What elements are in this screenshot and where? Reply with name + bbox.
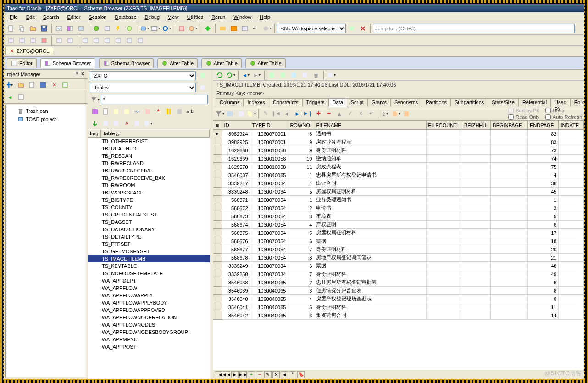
- menu-file[interactable]: File: [6, 13, 22, 21]
- grid-col-TYPEID[interactable]: TYPEID: [250, 121, 288, 130]
- grid-row[interactable]: 354603910600400653住房情况分户普查表8: [213, 287, 584, 295]
- menu-help[interactable]: Help: [256, 13, 274, 21]
- tb2-1-icon[interactable]: [6, 35, 16, 45]
- dt-e-icon[interactable]: ▾: [326, 70, 336, 80]
- table-row[interactable]: TS_KEYTABLE: [88, 262, 210, 270]
- table-row[interactable]: WA_APPPOST: [88, 343, 210, 350]
- tb2-12-icon[interactable]: [135, 35, 145, 45]
- table-row[interactable]: TB_RWRECRECEIVE_BAK: [88, 174, 210, 182]
- grid-col-INDATE[interactable]: INDATE: [559, 121, 584, 130]
- detail-tab-statssize[interactable]: Stats/Size: [488, 98, 519, 107]
- dt-trash-icon[interactable]: [311, 70, 321, 80]
- doc-tab-2[interactable]: Schema Browser: [99, 58, 154, 68]
- filter-input[interactable]: [101, 95, 208, 104]
- pm-x-icon[interactable]: ✕: [49, 80, 59, 90]
- grid-col-FILECOUNT[interactable]: FILECOUNT: [426, 121, 462, 130]
- pm-item-1[interactable]: TOAD project: [8, 115, 83, 123]
- table-row[interactable]: WA_APPFLOWAPPLY: [88, 292, 210, 299]
- menu-editor[interactable]: Editor: [64, 13, 84, 21]
- tool2-icon[interactable]: [102, 23, 112, 33]
- pm-list-icon[interactable]: [16, 92, 26, 102]
- new-icon[interactable]: [6, 23, 16, 33]
- doc-tab-3[interactable]: Alter Table: [157, 58, 198, 68]
- grid-col-ID[interactable]: ID: [222, 121, 250, 130]
- table-row[interactable]: TB_RWROOM: [88, 182, 210, 189]
- grid-row[interactable]: 333925010600700347身份证明材料49: [213, 270, 584, 278]
- gn-pgdn-icon[interactable]: ►►: [239, 371, 247, 378]
- grid-row[interactable]: 56867210600700542申请书3: [213, 204, 584, 212]
- table-row[interactable]: WA_APPFLOW: [88, 284, 210, 292]
- detail-tab-policies[interactable]: Policies: [570, 98, 584, 107]
- pm-opt-icon[interactable]: [60, 80, 70, 90]
- session-browser-icon[interactable]: [76, 23, 86, 33]
- pm-item-0[interactable]: Trash can: [8, 107, 83, 115]
- pm-doc-icon[interactable]: [27, 80, 37, 90]
- detail-tab-subpartitions[interactable]: Subpartitions: [450, 98, 488, 107]
- menu-edit[interactable]: Edit: [22, 13, 39, 21]
- doc-tab-5[interactable]: Alter Table: [245, 58, 286, 68]
- table-row[interactable]: TB_WORKSPACE: [88, 189, 210, 196]
- doc-tab-1[interactable]: Schema Browser: [40, 58, 95, 68]
- gn-next-icon[interactable]: ►: [231, 371, 239, 378]
- grid-row[interactable]: 162966810600100589身份证明材料73: [213, 146, 584, 155]
- menu-search[interactable]: Search: [39, 13, 63, 21]
- st-3-icon[interactable]: [111, 106, 121, 117]
- st-5-icon[interactable]: SQL: [132, 106, 142, 117]
- clone-icon[interactable]: [17, 23, 27, 33]
- gn-first-icon[interactable]: ❘◄: [215, 371, 222, 378]
- table-row[interactable]: TB_RWRECRECEIVE: [88, 167, 210, 174]
- menu-utilities[interactable]: Utilities: [183, 13, 207, 21]
- grid-row[interactable]: 354604110600400655身份证明材料11: [213, 303, 584, 311]
- grid-col-ENDPAGE[interactable]: ENDPAGE: [527, 121, 559, 130]
- grid-row[interactable]: 56867810600700548房地产权属登记询问笔录21: [213, 254, 584, 262]
- connection-tab[interactable]: ZXFG@ORCL: [5, 47, 53, 55]
- tool6-icon[interactable]: ▾: [161, 23, 172, 33]
- st-9-icon[interactable]: [174, 106, 184, 117]
- detail-tab-data[interactable]: Data: [328, 98, 347, 107]
- close-icon[interactable]: ✕: [81, 71, 85, 77]
- gn-star-icon[interactable]: *: [289, 371, 296, 378]
- tool5-icon[interactable]: ▾: [150, 23, 161, 33]
- detail-tab-columns[interactable]: Columns: [216, 98, 244, 107]
- gt-prev-icon[interactable]: ◄: [282, 109, 292, 119]
- tb2-11-icon[interactable]: [124, 35, 134, 45]
- flash-icon[interactable]: [113, 23, 123, 33]
- table-row[interactable]: WA_APPMENU: [88, 336, 210, 343]
- pm-disk-icon[interactable]: [38, 80, 48, 90]
- table-row[interactable]: TS_DETAILTYPE: [88, 233, 210, 240]
- tb2-6-icon[interactable]: [65, 35, 75, 45]
- grid-col-BEIZHHU[interactable]: BEIZHHU: [462, 121, 490, 130]
- detail-tab-referential[interactable]: Referential: [518, 98, 551, 107]
- detail-tab-grants[interactable]: Grants: [367, 98, 391, 107]
- tb2-3-icon[interactable]: [28, 35, 38, 45]
- menu-rerun[interactable]: Rerun: [208, 13, 229, 21]
- read-only-checkbox[interactable]: Read Only: [508, 114, 540, 120]
- tb2-5-icon[interactable]: [54, 35, 64, 45]
- menu-session[interactable]: Session: [85, 13, 110, 21]
- gt-add-icon[interactable]: ✚: [313, 109, 323, 119]
- dt-refresh2-icon[interactable]: ▾: [226, 70, 236, 80]
- gt-cols-icon[interactable]: [225, 109, 235, 119]
- schema-refresh-icon[interactable]: [198, 71, 208, 81]
- dt-b-icon[interactable]: [278, 70, 288, 80]
- tool9-icon[interactable]: [218, 23, 228, 33]
- grid-row[interactable]: 56867110600700541业务受理通知书1: [213, 196, 584, 204]
- grid-row[interactable]: 354603810600400652忠县房屋所有权登记审批表6: [213, 278, 584, 287]
- st-1-icon[interactable]: [90, 106, 100, 117]
- gt-copy-icon[interactable]: ▾: [246, 109, 256, 119]
- workspace-combo[interactable]: <No Workspace selected>: [277, 24, 346, 33]
- gt-import-icon[interactable]: [401, 109, 411, 119]
- gt-cancel-icon[interactable]: ✕: [355, 109, 366, 119]
- table-row[interactable]: WA_APPFLOWNODERELATION: [88, 314, 210, 321]
- gn-del-icon[interactable]: −: [256, 371, 263, 378]
- grid-row[interactable]: 354604010600400654房屋产权登记现场查勘表9: [213, 295, 584, 303]
- commit-icon[interactable]: [203, 23, 213, 33]
- tb2-2-icon[interactable]: [17, 35, 27, 45]
- gt-up-icon[interactable]: ▲: [334, 109, 344, 119]
- gt-sum-icon[interactable]: Σ▾: [380, 109, 390, 119]
- gt-edit-icon[interactable]: ✎: [261, 109, 271, 119]
- save-icon[interactable]: [39, 23, 49, 33]
- doc-tab-0[interactable]: Editor: [7, 58, 37, 68]
- grid-row[interactable]: 354603710600400651忠县房屋所有权登记申请书4: [213, 171, 584, 179]
- menu-window[interactable]: Window: [230, 13, 255, 21]
